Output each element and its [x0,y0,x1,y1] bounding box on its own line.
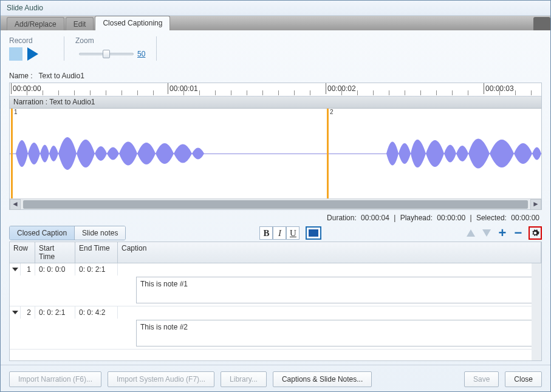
caption-marker-1-label: 1 [13,109,18,115]
move-down-button[interactable] [481,228,492,238]
close-button[interactable]: Close [505,371,542,387]
caption-text-input[interactable]: This is note #1 [136,277,540,303]
zoom-slider-thumb[interactable] [103,50,110,58]
caption-marker-2[interactable] [327,109,329,198]
caption-grid: Row Start Time End Time Caption 1 0: 0: … [9,242,542,361]
row-caption-cell[interactable] [118,306,541,319]
caption-marker-2-label: 2 [329,109,334,115]
scroll-thumb[interactable] [23,200,528,209]
bold-button[interactable]: B [259,226,273,240]
col-row[interactable]: Row [10,242,35,263]
captions-slide-notes-button[interactable]: Captions & Slide Notes... [273,371,372,387]
selected-label: Selected: [476,214,507,222]
chevron-down-icon [12,311,18,314]
subtab-closed-caption[interactable]: Closed Caption [10,226,75,240]
zoom-slider[interactable] [79,53,134,55]
row-end-time[interactable]: 0: 0: 4:2 [75,306,118,319]
playhead-label: Playhead: [400,214,433,222]
caption-marker-1[interactable] [11,109,13,198]
row-caption-cell[interactable] [118,263,541,275]
time-ruler[interactable]: 00:00:00 00:00:01 00:00:02 00:00:03 [10,83,541,96]
import-narration-button[interactable]: Import Narration (F6)... [9,371,101,387]
narration-label: Narration : Text to Audio1 [10,96,541,109]
waveform-area[interactable]: 1 2 [10,109,541,198]
underline-button[interactable]: U [286,226,299,240]
audio-name-row: Name : Text to Audio1 [9,72,542,80]
minus-icon: − [515,229,522,237]
grid-header-row: Row Start Time End Time Caption [10,242,541,263]
zoom-label: Zoom [75,36,145,45]
import-system-audio-button[interactable]: Import System Audio (F7)... [108,371,214,387]
chevron-down-icon [12,268,18,271]
slide-audio-window: Slide Audio Add/Replace Edit Closed Capt… [0,0,551,392]
grid-vertical-scrollbar[interactable] [532,263,541,360]
scroll-left-arrow[interactable]: ◄ [10,199,21,210]
caption-row[interactable]: 2 0: 0: 2:1 0: 0: 4:2 This is note #2 [10,306,541,350]
row-index: 2 [21,306,35,319]
col-caption[interactable]: Caption [118,242,541,263]
col-start-time[interactable]: Start Time [35,242,75,263]
name-value: Text to Audio1 [39,72,84,80]
row-index: 1 [21,263,35,275]
timeline: 00:00:00 00:00:01 00:00:02 00:00:03 Narr… [9,83,542,210]
record-label: Record [9,36,38,45]
plus-icon: + [499,229,507,237]
name-label: Name : [9,72,33,80]
col-end-time[interactable]: End Time [75,242,118,263]
zoom-value[interactable]: 50 [137,50,145,58]
row-expand-toggle[interactable] [10,263,21,275]
play-button[interactable] [27,47,38,61]
duration-value: 00:00:04 [361,214,389,222]
subtab-slide-notes[interactable]: Slide notes [75,226,125,240]
arrow-up-icon [467,229,475,237]
caption-subtabs: Closed Caption Slide notes [9,226,126,240]
timeline-scrollbar[interactable]: ◄ ► [10,198,541,209]
row-end-time[interactable]: 0: 0: 2:1 [75,263,118,275]
playhead-value: 00:00:00 [437,214,465,222]
row-start-time[interactable]: 0: 0: 2:1 [35,306,75,319]
caption-text-input[interactable]: This is note #2 [136,320,540,346]
move-up-button[interactable] [465,228,476,238]
caption-row[interactable]: 1 0: 0: 0:0 0: 0: 2:1 This is note #1 [10,263,541,306]
row-start-time[interactable]: 0: 0: 0:0 [35,263,75,275]
tabbar-end [533,17,550,30]
text-color-button[interactable] [306,226,321,240]
tab-add-replace[interactable]: Add/Replace [7,17,64,30]
window-title: Slide Audio [1,1,550,16]
save-button[interactable]: Save [464,371,499,387]
gear-icon [531,229,539,237]
waveform [10,109,541,198]
toolbar-divider [64,36,64,61]
selected-value: 00:00:00 [511,214,539,222]
record-button[interactable] [9,47,22,61]
tab-edit[interactable]: Edit [66,17,94,30]
status-bar: Duration: 00:00:04 | Playhead: 00:00:00 … [9,210,542,226]
toolbar-divider-2 [156,36,157,61]
main-tabbar: Add/Replace Edit Closed Captioning [1,16,550,30]
library-button[interactable]: Library... [221,371,267,387]
row-expand-toggle[interactable] [10,306,21,319]
italic-button[interactable]: I [273,226,286,240]
add-caption-button[interactable]: + [497,228,508,238]
duration-label: Duration: [327,214,357,222]
remove-caption-button[interactable]: − [513,228,524,238]
settings-button[interactable] [529,226,542,240]
dialog-footer: Import Narration (F6)... Import System A… [1,365,550,392]
arrow-down-icon [482,229,491,237]
tab-closed-captioning[interactable]: Closed Captioning [95,16,170,30]
scroll-right-arrow[interactable]: ► [530,199,541,210]
